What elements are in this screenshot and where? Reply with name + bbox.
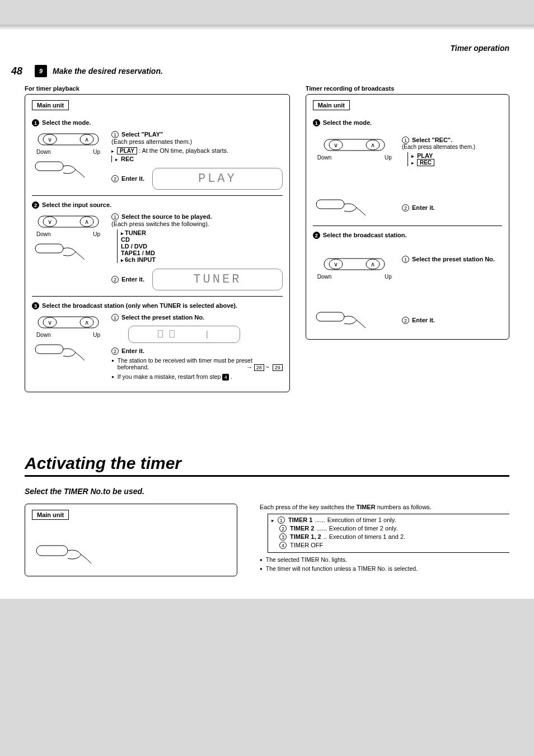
page-ref-a: 28 xyxy=(254,364,264,371)
divider xyxy=(313,226,502,226)
up-label: Up xyxy=(93,332,100,338)
page-number: 48 xyxy=(11,65,22,77)
svg-text:∨: ∨ xyxy=(334,142,338,148)
down-label: Down xyxy=(36,332,51,338)
rc-s2-i1: Select the preset station No. xyxy=(412,256,495,262)
up-label: Up xyxy=(93,231,100,237)
pb-s1-row: ∨∧ DownUp 1 Select "PLAY" (Each press al… xyxy=(32,131,283,190)
section2-right: Each press of the key switches the TIMER… xyxy=(260,504,509,572)
up-down-buttons: ∨∧ DownUp xyxy=(313,256,396,280)
note1-text: The station to be received with timer mu… xyxy=(118,357,252,370)
timer-opt-3: 3 TIMER 1, 2 .. Execution of timers 1 an… xyxy=(271,533,509,541)
lcd-display: PLAY xyxy=(152,168,283,190)
play-label: PLAY xyxy=(417,152,433,159)
bullet-icon: ● xyxy=(111,374,114,379)
svg-text:∨: ∨ xyxy=(48,136,52,143)
arrow-icon xyxy=(271,516,275,523)
rc-s1-i2-num: 2 xyxy=(402,204,409,212)
pb-s3-i1-num: 1 xyxy=(111,314,119,321)
svg-text:∧: ∧ xyxy=(85,319,89,326)
up-down-buttons: ∨∧ DownUp xyxy=(313,137,396,161)
rocker-icon: ∨∧ xyxy=(38,314,99,331)
pb-s2-i1: Select the source to be played. xyxy=(121,213,212,220)
hand-press-icon xyxy=(32,340,105,364)
timer-opt-2: 2 TIMER 2 ...... Execution of timer 2 on… xyxy=(271,525,509,532)
timer-word: TIMER xyxy=(356,504,375,510)
down-label: Down xyxy=(36,231,51,237)
svg-text:∨: ∨ xyxy=(48,319,52,326)
svg-text:∨: ∨ xyxy=(334,261,338,267)
step-number-box: 9 xyxy=(35,65,47,77)
rc-s1-i1-num: 1 xyxy=(402,137,409,144)
hand-press-icon xyxy=(32,540,230,568)
arrow-icon xyxy=(411,152,415,159)
rc-s2-i1-num: 1 xyxy=(402,256,409,263)
pb-s3-i1: Select the preset station No. xyxy=(121,314,204,321)
up-down-buttons: ∨∧ DownUp xyxy=(32,131,105,155)
timer-opt-4: 4 TIMER OFF xyxy=(271,542,509,549)
up-down-buttons: ∨∧ DownUp xyxy=(32,314,105,338)
pb-s1-i2: Enter it. xyxy=(121,175,144,182)
note2a: If you make a mistake, restart from step xyxy=(118,373,222,380)
pb-s3-text: Select the broadcast station (only when … xyxy=(42,302,237,309)
lcd-display: ⎕ ⎕ | xyxy=(128,326,240,343)
recording-panel: Main unit 1 Select the mode. ∨∧ DownUp 1… xyxy=(306,94,509,340)
main-unit-label: Main unit xyxy=(32,100,69,110)
lcd-preset: ⎕ ⎕ | xyxy=(134,330,234,339)
opt-tuner: TUNER xyxy=(121,229,283,236)
svg-rect-5 xyxy=(35,162,63,171)
pb-s2-i2-num: 2 xyxy=(111,276,119,283)
hand-press-icon xyxy=(313,195,396,220)
pb-s2-num: 2 xyxy=(32,201,39,209)
section-title: Activating the timer xyxy=(25,454,509,477)
playback-panel: Main unit 1 Select the mode. ∨∧ DownUp xyxy=(25,94,290,392)
pb-s1-text-col: 1 Select "PLAY" (Each press alternates t… xyxy=(111,131,283,190)
down-label: Down xyxy=(317,274,332,280)
rc-s1-glyphs: ∨∧ DownUp xyxy=(313,137,396,161)
rc-s1-text: Select the mode. xyxy=(323,119,372,126)
recording-heading: Timer recording of broadcasts xyxy=(306,85,509,92)
pb-s1-glyphs: ∨∧ DownUp xyxy=(32,131,105,190)
columns: For timer playback Main unit 1 Select th… xyxy=(25,85,509,392)
up-label: Up xyxy=(385,154,392,161)
pb-s2-title: 2 Select the input source. xyxy=(32,201,283,209)
hand-press-icon xyxy=(32,240,105,263)
down-label: Down xyxy=(317,154,332,161)
rc-s2-i2: Enter it. xyxy=(412,317,435,323)
svg-rect-23 xyxy=(316,200,344,209)
pb-s1-i1: Select "PLAY" xyxy=(121,131,163,138)
top-gradient xyxy=(0,25,534,30)
section2-panel: Main unit xyxy=(25,504,237,576)
up-down-buttons: ∨∧ DownUp xyxy=(32,213,105,237)
pb-s3-title: 3 Select the broadcast station (only whe… xyxy=(32,302,283,309)
pb-s1-text: Select the mode. xyxy=(42,119,91,126)
svg-rect-11 xyxy=(35,244,63,253)
play-box: PLAY xyxy=(117,147,137,154)
rec-box: REC xyxy=(417,159,434,166)
svg-text:∨: ∨ xyxy=(48,218,52,225)
bracket-icon xyxy=(111,156,115,162)
svg-text:∧: ∧ xyxy=(371,261,375,267)
rc-s2-num: 2 xyxy=(313,232,320,239)
arrow-icon xyxy=(115,156,119,162)
opt-cd: CD xyxy=(121,236,283,243)
up-label: Up xyxy=(385,274,392,280)
svg-text:∧: ∧ xyxy=(85,218,89,225)
recording-column: Timer recording of broadcasts Main unit … xyxy=(306,85,509,392)
step-heading: 48 9 Make the desired reservation. xyxy=(25,65,509,77)
pb-s2-glyphs: ∨∧ DownUp xyxy=(32,213,105,290)
rc-s2-title: 2 Select the broadcast station. xyxy=(313,232,502,239)
intro-line: Each press of the key switches the TIMER… xyxy=(260,504,509,510)
rc-s2-i2-num: 2 xyxy=(402,317,409,324)
timer-opt-1: 1 TIMER 1 ...... Execution of timer 1 on… xyxy=(271,516,509,524)
rc-s2-text: Select the broadcast station. xyxy=(323,232,407,238)
lcd-text: TUNER xyxy=(158,273,277,287)
opt-tape: TAPE1 / MD xyxy=(121,250,283,256)
main-unit-label: Main unit xyxy=(313,100,350,110)
step4-ref: 4 xyxy=(222,374,229,381)
pb-s2-i1-note: (Each press switches the following). xyxy=(111,220,283,227)
pb-s3-i2: Enter it. xyxy=(121,348,144,354)
pb-s3-glyphs: ∨∧ DownUp xyxy=(32,314,105,381)
pb-s1-title: 1 Select the mode. xyxy=(32,119,283,126)
rc-s2-glyphs: ∨∧ DownUp xyxy=(313,256,396,280)
